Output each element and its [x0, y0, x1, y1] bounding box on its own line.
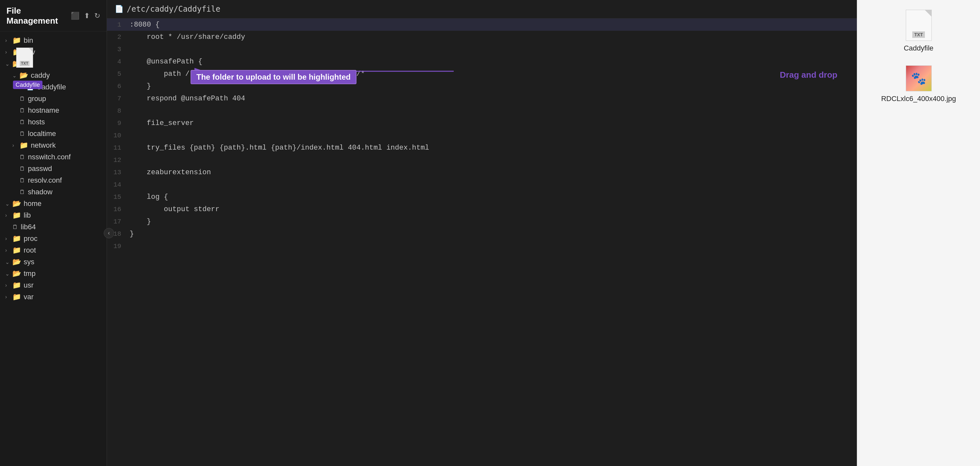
folder-icon: 📁: [12, 293, 21, 301]
chevron-right-icon: ›: [5, 38, 12, 43]
sidebar-item-label: lib: [24, 211, 31, 220]
sidebar-item-proc[interactable]: › 📁 proc: [0, 233, 107, 244]
sidebar-item-shadow[interactable]: › 🗒 shadow: [0, 186, 107, 198]
sidebar-item-label: hosts: [28, 118, 45, 126]
sidebar-item-label: root: [24, 246, 36, 255]
sidebar-item-localtime[interactable]: › 🗒 localtime: [0, 128, 107, 139]
code-table: 1:8080 {2 root * /usr/share/caddy34 @uns…: [107, 19, 857, 252]
sidebar-item-root[interactable]: › 📁 root: [0, 244, 107, 256]
sidebar-item-hosts[interactable]: › 🗒 hosts: [0, 116, 107, 128]
sidebar-item-caddy[interactable]: ⌄ 📂 caddy TXT Caddyfile: [0, 70, 107, 81]
jpg-icon: 🐾: [906, 65, 932, 91]
line-number: 11: [107, 141, 126, 154]
jpg-label: RDCLxlc6_400x400.jpg: [881, 95, 956, 103]
chevron-right-icon: ›: [5, 236, 12, 242]
folder-icon: 📁: [12, 36, 21, 45]
file-tree: › 📁 bin › 📁 dev ⌄ 📂 etc ⌄ 📂 caddy TXT: [0, 32, 107, 306]
caddy-tooltip: Caddyfile: [13, 81, 43, 89]
sidebar-item-label: sys: [24, 258, 34, 266]
txt-file-preview: TXT: [16, 48, 33, 68]
code-line-18: 18}: [107, 228, 857, 240]
caddyfile-icon: TXT: [906, 10, 932, 41]
upload-icon[interactable]: ⬆: [84, 12, 90, 20]
line-content: @unsafePath {: [126, 55, 857, 68]
file-path: /etc/caddy/Caddyfile: [127, 5, 220, 14]
line-number: 9: [107, 117, 126, 129]
file-icon: 🗒: [19, 154, 25, 161]
line-number: 6: [107, 80, 126, 92]
line-content: file_server: [126, 117, 857, 129]
main-content: 📄 /etc/caddy/Caddyfile 1:8080 {2 root * …: [107, 0, 857, 466]
code-line-17: 17 }: [107, 216, 857, 228]
sidebar-item-passwd[interactable]: › 🗒 passwd: [0, 163, 107, 174]
line-content: zeaburextension: [126, 166, 857, 178]
line-number: 2: [107, 31, 126, 43]
refresh-icon[interactable]: ↻: [94, 12, 100, 20]
line-number: 7: [107, 92, 126, 105]
folder-icon: 📁: [19, 141, 28, 150]
folder-icon: 📁: [12, 211, 21, 220]
sidebar-item-label: localtime: [28, 130, 56, 138]
sidebar-item-nsswitch[interactable]: › 🗒 nsswitch.conf: [0, 151, 107, 163]
line-number: 3: [107, 43, 126, 55]
sidebar-item-label: nsswitch.conf: [28, 153, 71, 161]
sidebar-item-label: bin: [24, 36, 33, 45]
chevron-right-icon: ›: [5, 282, 12, 288]
line-number: 12: [107, 154, 126, 166]
sidebar-item-network[interactable]: › 📁 network: [0, 139, 107, 151]
drag-drop-label: Drag and drop: [780, 70, 837, 80]
line-content: respond @unsafePath 404: [126, 92, 857, 105]
sidebar-item-var[interactable]: › 📁 var: [0, 291, 107, 303]
line-number: 15: [107, 191, 126, 203]
line-number: 8: [107, 105, 126, 117]
code-line-9: 9 file_server: [107, 117, 857, 129]
line-content: }: [126, 228, 857, 240]
line-number: 14: [107, 178, 126, 191]
code-line-2: 2 root * /usr/share/caddy: [107, 31, 857, 43]
file-sidebar: File Management ⬛ ⬆ ↻ › 📁 bin › 📁 dev ⌄ …: [0, 0, 107, 466]
line-content: :8080 {: [126, 19, 857, 31]
folder-icon: 📁: [12, 246, 21, 255]
chevron-down-icon: ⌄: [12, 73, 19, 79]
chevron-right-icon: ›: [5, 247, 12, 253]
chevron-down-icon: ⌄: [5, 61, 12, 67]
sidebar-item-lib[interactable]: › 📁 lib: [0, 209, 107, 221]
chevron-right-icon: ›: [5, 294, 12, 300]
sidebar-item-resolv[interactable]: › 🗒 resolv.conf: [0, 174, 107, 186]
sidebar-item-home[interactable]: ⌄ 📂 home: [0, 198, 107, 209]
line-number: 13: [107, 166, 126, 178]
sidebar-item-lib64[interactable]: › 🗒 lib64: [0, 221, 107, 233]
right-panel: TXT Caddyfile 🐾 RDCLxlc6_400x400.jpg: [857, 0, 980, 466]
line-number: 16: [107, 203, 126, 216]
sidebar-item-sys[interactable]: ⌄ 📂 sys: [0, 256, 107, 268]
line-content: [126, 129, 857, 141]
collapse-sidebar-button[interactable]: ‹: [104, 228, 114, 238]
folder-icon: 📁: [12, 281, 21, 290]
sidebar-item-bin[interactable]: › 📁 bin: [0, 35, 107, 46]
sidebar-header: File Management ⬛ ⬆ ↻: [0, 0, 107, 32]
code-line-3: 3: [107, 43, 857, 55]
sidebar-item-usr[interactable]: › 📁 usr: [0, 279, 107, 291]
line-content: try_files {path} {path}.html {path}/inde…: [126, 141, 857, 154]
sidebar-item-tmp[interactable]: ⌄ 📂 tmp: [0, 268, 107, 279]
code-editor[interactable]: 1:8080 {2 root * /usr/share/caddy34 @uns…: [107, 19, 857, 466]
sidebar-item-label: usr: [24, 281, 34, 290]
code-line-15: 15 log {: [107, 191, 857, 203]
sidebar-item-label: var: [24, 293, 34, 301]
sidebar-item-hostname[interactable]: › 🗒 hostname: [0, 105, 107, 116]
folder-open-icon: 📂: [12, 258, 21, 266]
folder-open-icon: 📂: [19, 71, 28, 80]
line-content: output stderr: [126, 203, 857, 216]
line-content: [126, 105, 857, 117]
code-line-19: 19: [107, 240, 857, 252]
sidebar-item-group[interactable]: › 🗒 group: [0, 93, 107, 105]
sidebar-item-label: proc: [24, 235, 38, 243]
file-header-icon: 📄: [115, 5, 124, 13]
folder-open-icon: 📂: [12, 200, 21, 208]
file-icon: 🗒: [19, 119, 25, 126]
file-icon: 🗒: [19, 95, 25, 102]
video-icon[interactable]: ⬛: [71, 12, 80, 20]
code-line-13: 13 zeaburextension: [107, 166, 857, 178]
code-line-11: 11 try_files {path} {path}.html {path}/i…: [107, 141, 857, 154]
chevron-down-icon: ⌄: [5, 259, 12, 265]
